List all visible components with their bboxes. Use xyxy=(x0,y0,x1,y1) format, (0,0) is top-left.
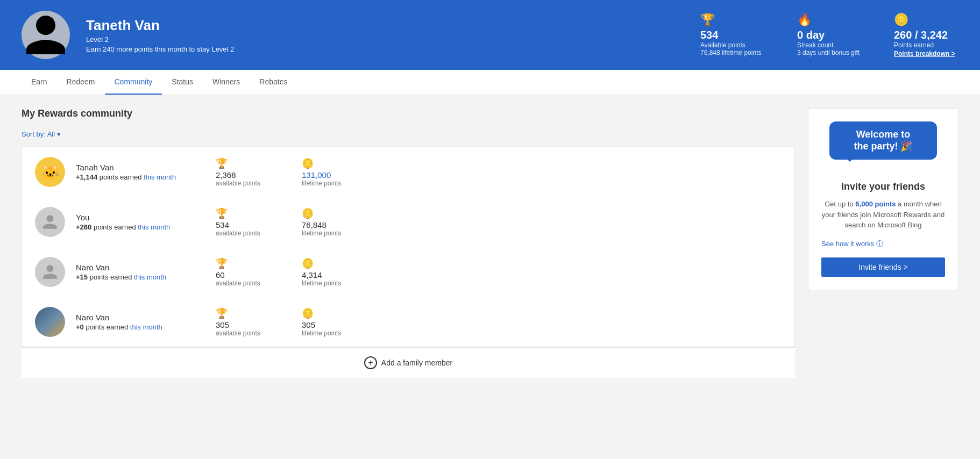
stat-streak: 🔥 0 day Streak count 3 days until bonus … xyxy=(797,13,862,58)
trophy-icon-sm: 🏆 xyxy=(216,257,228,269)
coins-icon-sm: 🪙 xyxy=(302,157,314,169)
points-label: points earned xyxy=(90,273,132,281)
member-lifetime-points: 🪙 76,848 lifetime points xyxy=(269,207,356,237)
available-points-value: 534 xyxy=(700,29,718,41)
member-available-points: 🏆 2,368 available points xyxy=(183,157,269,187)
user-info: Taneth Van Level 2 Earn 240 more points … xyxy=(86,17,684,53)
this-month-label: this month xyxy=(130,323,162,331)
available-points-num: 2,368 xyxy=(216,170,236,180)
nav-redeem[interactable]: Redeem xyxy=(57,70,105,95)
invite-friends-button[interactable]: Invite friends > xyxy=(821,257,945,277)
right-panel: Welcome tothe party! 🎉 Invite your frien… xyxy=(808,108,958,378)
trophy-icon-sm: 🏆 xyxy=(216,157,228,169)
member-available-points: 🏆 534 available points xyxy=(183,207,269,237)
member-info-you: You +260 points earned this month xyxy=(76,213,183,231)
page-title: My Rewards community xyxy=(22,108,795,119)
lifetime-points-num: 131,000 xyxy=(302,170,331,180)
sort-chevron-icon: ▾ xyxy=(57,130,61,138)
coins-icon-sm: 🪙 xyxy=(302,207,314,219)
list-item: Naro Van +15 points earned this month 🏆 … xyxy=(22,247,794,297)
coins-icon-sm: 🪙 xyxy=(302,257,314,269)
available-points-lbl: available points xyxy=(216,230,260,237)
points-label: points earned xyxy=(100,173,142,181)
emoji-avatar: 🐱 xyxy=(41,163,60,181)
speech-bubble: Welcome tothe party! 🎉 xyxy=(829,121,937,160)
available-points-num: 305 xyxy=(216,320,229,329)
nav-winners[interactable]: Winners xyxy=(203,70,250,95)
nav-community[interactable]: Community xyxy=(105,70,162,95)
lifetime-points-num: 76,848 xyxy=(302,220,326,230)
nav-earn[interactable]: Earn xyxy=(22,70,57,95)
member-avatar-you xyxy=(35,207,65,237)
list-item: You +260 points earned this month 🏆 534 … xyxy=(22,197,794,247)
trophy-icon: 🏆 xyxy=(700,13,715,27)
this-month-label: this month xyxy=(138,223,170,231)
member-name: Naro Van xyxy=(76,313,183,322)
points-earned-value: +1,144 xyxy=(76,173,97,181)
member-name: You xyxy=(76,213,183,222)
coins-icon-sm: 🪙 xyxy=(302,307,314,319)
points-breakdown-link[interactable]: Points breakdown > xyxy=(894,50,955,58)
user-name: Taneth Van xyxy=(86,17,684,34)
header: Taneth Van Level 2 Earn 240 more points … xyxy=(0,0,980,70)
stat-points-earned: 🪙 260 / 3,242 Points earned Points break… xyxy=(894,13,958,58)
member-points: +1,144 points earned this month xyxy=(76,173,183,181)
sort-row: Sort by: All ▾ xyxy=(22,130,795,138)
points-earned-value: +0 xyxy=(76,323,84,331)
points-label: points earned xyxy=(86,323,128,331)
user-level: Level 2 xyxy=(86,35,684,44)
person-icon xyxy=(41,263,59,281)
streak-sub: 3 days until bonus gift xyxy=(797,49,860,56)
member-name: Naro Van xyxy=(76,263,183,272)
member-points: +260 points earned this month xyxy=(76,223,183,231)
streak-label: Streak count xyxy=(797,41,833,49)
invite-description: Get up to 6,000 points a month when your… xyxy=(821,199,945,231)
lifetime-points-lbl: lifetime points xyxy=(302,279,341,287)
main-content: My Rewards community Sort by: All ▾ 🐱 Ta… xyxy=(0,95,980,391)
member-available-points: 🏆 305 available points xyxy=(183,307,269,337)
member-name: Tanah Van xyxy=(76,163,183,172)
nav-status[interactable]: Status xyxy=(162,70,203,95)
stat-available-points: 🏆 534 Available points 76,848 lifetime p… xyxy=(700,13,765,58)
member-info-naro1: Naro Van +15 points earned this month xyxy=(76,263,183,281)
sort-button[interactable]: Sort by: All ▾ xyxy=(22,130,61,138)
add-member-row: + Add a family member xyxy=(22,347,795,378)
header-stats: 🏆 534 Available points 76,848 lifetime p… xyxy=(700,13,958,58)
sort-label: Sort by: All xyxy=(22,130,55,138)
navigation: Earn Redeem Community Status Winners Reb… xyxy=(0,70,980,95)
left-panel: My Rewards community Sort by: All ▾ 🐱 Ta… xyxy=(22,108,795,378)
member-available-points: 🏆 60 available points xyxy=(183,257,269,287)
invite-desc-1: Get up to xyxy=(825,200,855,208)
member-avatar-tanah: 🐱 xyxy=(35,157,65,187)
trophy-icon-sm: 🏆 xyxy=(216,307,228,319)
community-list: 🐱 Tanah Van +1,144 points earned this mo… xyxy=(22,147,795,347)
user-avatar xyxy=(22,11,70,59)
lifetime-points-num: 305 xyxy=(302,320,315,329)
member-points: +0 points earned this month xyxy=(76,323,183,331)
available-points-lbl: available points xyxy=(216,329,260,337)
points-earned-value: 260 / 3,242 xyxy=(894,29,948,41)
flame-icon: 🔥 xyxy=(797,13,812,27)
invite-card: Welcome tothe party! 🎉 Invite your frien… xyxy=(808,108,958,290)
available-points-label: Available points xyxy=(700,41,745,49)
see-how-label: See how it works xyxy=(821,240,874,248)
lifetime-points-num: 4,314 xyxy=(302,270,322,279)
member-lifetime-points: 🪙 305 lifetime points xyxy=(269,307,356,337)
member-avatar-naro1 xyxy=(35,257,65,287)
coins-icon: 🪙 xyxy=(894,13,908,27)
lifetime-points-lbl: lifetime points xyxy=(302,180,341,187)
this-month-label: this month xyxy=(134,273,166,281)
person-icon xyxy=(41,213,59,231)
streak-value: 0 day xyxy=(797,29,825,41)
invite-title: Invite your friends xyxy=(821,181,945,192)
points-earned-value: +260 xyxy=(76,223,91,231)
this-month-label: this month xyxy=(144,173,176,181)
member-lifetime-points: 🪙 131,000 lifetime points xyxy=(269,157,356,187)
see-how-it-works-button[interactable]: See how it works ⓘ xyxy=(821,239,883,249)
member-info-tanah: Tanah Van +1,144 points earned this mont… xyxy=(76,163,183,181)
nav-rebates[interactable]: Rebates xyxy=(250,70,297,95)
speech-bubble-container: Welcome tothe party! 🎉 xyxy=(821,121,945,170)
member-avatar-naro2 xyxy=(35,307,65,337)
add-family-member-button[interactable]: + Add a family member xyxy=(364,356,452,369)
list-item: Naro Van +0 points earned this month 🏆 3… xyxy=(22,297,794,347)
